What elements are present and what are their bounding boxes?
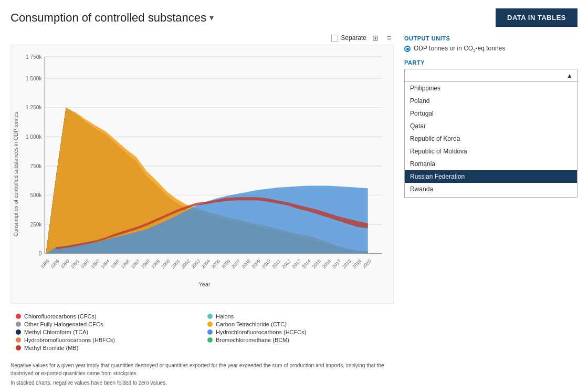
legend-label-ctc: Carbon Tetrachloride (CTC) bbox=[216, 321, 287, 327]
party-dropdown-chevron[interactable]: ▲ bbox=[566, 72, 573, 79]
list-item[interactable]: Portugal bbox=[405, 107, 577, 120]
svg-text:250k: 250k bbox=[30, 221, 42, 227]
list-item[interactable]: Rwanda bbox=[405, 183, 577, 195]
mb-legend-dot bbox=[16, 345, 21, 350]
separate-label: Separate bbox=[341, 34, 366, 42]
svg-text:1997: 1997 bbox=[130, 258, 141, 270]
svg-text:2009: 2009 bbox=[251, 258, 261, 270]
legend-label-mb: Methyl Bromide (MB) bbox=[24, 345, 78, 351]
legend-item: Chlorofluorocarbons (CFCs) bbox=[16, 313, 197, 319]
legend-label-hcfc: Hydrochlorofluorocarbons (HCFCs) bbox=[216, 329, 306, 335]
legend-item: Hydrochlorofluorocarbons (HCFCs) bbox=[207, 329, 388, 335]
odp-option-label: ODP tonnes or in CO2-eq tonnes bbox=[414, 45, 505, 53]
legend-item: Methyl Bromide (MB) bbox=[16, 345, 197, 351]
chevron-down-icon[interactable]: ▾ bbox=[209, 13, 214, 23]
party-search-input[interactable] bbox=[409, 71, 566, 79]
x-axis-label: Year bbox=[21, 281, 388, 287]
legend-item: Halons bbox=[207, 313, 388, 319]
svg-text:2007: 2007 bbox=[230, 258, 241, 270]
svg-text:2004: 2004 bbox=[201, 258, 211, 270]
svg-text:2013: 2013 bbox=[291, 258, 301, 270]
svg-text:2002: 2002 bbox=[181, 258, 191, 270]
svg-text:1991: 1991 bbox=[70, 258, 80, 270]
svg-text:2014: 2014 bbox=[301, 258, 312, 270]
legend-label-bcm: Bromochloromethane (BCM) bbox=[216, 337, 289, 343]
svg-text:500k: 500k bbox=[30, 192, 42, 198]
legend-label-other-cfc: Other Fully Halogenated CFCs bbox=[24, 321, 103, 327]
legend-label-hbfc: Hydrobromofluorocarbons (HBFCs) bbox=[24, 337, 115, 343]
hbfc-legend-dot bbox=[16, 337, 21, 343]
chart-svg: 0 250k 500k 750k 1 000k 1 250k 1 500k 1 … bbox=[21, 50, 388, 279]
grid-view-icon[interactable]: ⊞ bbox=[371, 33, 380, 43]
bcm-legend-dot bbox=[207, 337, 213, 343]
svg-text:2011: 2011 bbox=[271, 258, 281, 270]
cfc-legend-dot bbox=[16, 314, 21, 319]
separate-checkbox[interactable] bbox=[331, 35, 338, 42]
svg-text:2008: 2008 bbox=[241, 258, 251, 270]
svg-text:1994: 1994 bbox=[100, 258, 110, 270]
list-item[interactable]: Saint Kitts and Nevis bbox=[405, 195, 577, 198]
list-item[interactable]: Poland bbox=[405, 95, 577, 107]
svg-text:2020: 2020 bbox=[362, 258, 372, 270]
page-title: Consumption of controlled substances ▾ bbox=[10, 11, 214, 25]
legend-item: Carbon Tetrachloride (CTC) bbox=[207, 321, 388, 327]
legend-item: Methyl Chloroform (TCA) bbox=[16, 329, 197, 335]
svg-text:750k: 750k bbox=[30, 162, 42, 169]
chart-legend: Chlorofluorocarbons (CFCs) Halons Other … bbox=[10, 309, 394, 355]
svg-text:1999: 1999 bbox=[150, 258, 161, 270]
svg-text:2006: 2006 bbox=[220, 258, 231, 270]
other-cfc-legend-dot bbox=[16, 322, 21, 327]
legend-item: Hydrobromofluorocarbons (HBFCs) bbox=[16, 337, 197, 343]
svg-text:1 500k: 1 500k bbox=[26, 75, 42, 81]
hcfc-legend-dot bbox=[207, 329, 213, 335]
svg-text:1996: 1996 bbox=[120, 258, 131, 270]
svg-text:1 750k: 1 750k bbox=[26, 53, 42, 59]
svg-text:2003: 2003 bbox=[191, 258, 201, 270]
svg-text:2001: 2001 bbox=[170, 258, 181, 270]
party-section: PARTY ▲ Philippines Poland Portugal Qata… bbox=[404, 59, 578, 198]
svg-text:2019: 2019 bbox=[351, 258, 362, 270]
odp-radio-button[interactable] bbox=[404, 46, 411, 52]
separate-control[interactable]: Separate bbox=[331, 34, 366, 42]
party-search-wrapper[interactable]: ▲ bbox=[404, 69, 578, 82]
legend-label-cfc: Chlorofluorocarbons (CFCs) bbox=[24, 313, 97, 319]
svg-text:1986: 1986 bbox=[39, 258, 50, 270]
svg-text:1990: 1990 bbox=[60, 258, 70, 270]
odp-radio-option[interactable]: ODP tonnes or in CO2-eq tonnes bbox=[404, 45, 578, 53]
footer-note: Negative values for a given year imply t… bbox=[10, 362, 394, 387]
svg-text:1993: 1993 bbox=[90, 258, 100, 270]
output-units-label: OUTPUT UNITS bbox=[404, 35, 578, 42]
list-item[interactable]: Qatar bbox=[405, 120, 577, 132]
legend-label-tca: Methyl Chloroform (TCA) bbox=[24, 329, 88, 335]
y-axis-label: Consumption of controlled substances in … bbox=[11, 45, 21, 303]
svg-text:1992: 1992 bbox=[80, 258, 90, 270]
svg-text:2005: 2005 bbox=[211, 258, 221, 270]
svg-text:2012: 2012 bbox=[281, 258, 291, 270]
party-dropdown-list[interactable]: Philippines Poland Portugal Qatar Republ… bbox=[404, 82, 578, 198]
list-item[interactable]: Philippines bbox=[405, 82, 577, 95]
output-units-section: OUTPUT UNITS ODP tonnes or in CO2-eq ton… bbox=[404, 35, 578, 53]
svg-text:1998: 1998 bbox=[140, 258, 151, 270]
svg-text:1 250k: 1 250k bbox=[26, 104, 42, 110]
party-label: PARTY bbox=[404, 59, 578, 66]
svg-text:2010: 2010 bbox=[261, 258, 271, 270]
ctc-legend-dot bbox=[207, 322, 213, 327]
data-tables-button[interactable]: DATA IN TABLES bbox=[496, 8, 578, 27]
legend-item: Other Fully Halogenated CFCs bbox=[16, 321, 197, 327]
legend-label-halon: Halons bbox=[216, 313, 234, 319]
svg-text:2016: 2016 bbox=[321, 258, 332, 270]
svg-text:0: 0 bbox=[39, 250, 42, 256]
svg-text:1989: 1989 bbox=[49, 258, 60, 270]
tca-legend-dot bbox=[16, 329, 21, 335]
list-item[interactable]: Romania bbox=[405, 158, 577, 170]
svg-text:1 000k: 1 000k bbox=[26, 133, 42, 140]
party-russian-federation-item[interactable]: Russian Federation bbox=[405, 170, 577, 183]
halon-legend-dot bbox=[207, 314, 213, 319]
svg-text:2017: 2017 bbox=[331, 258, 342, 270]
svg-text:1995: 1995 bbox=[110, 258, 120, 270]
list-item[interactable]: Republic of Moldova bbox=[405, 145, 577, 158]
svg-text:2000: 2000 bbox=[160, 258, 171, 270]
menu-icon[interactable]: ≡ bbox=[384, 33, 394, 43]
list-item[interactable]: Republic of Korea bbox=[405, 132, 577, 145]
legend-item: Bromochloromethane (BCM) bbox=[207, 337, 388, 343]
